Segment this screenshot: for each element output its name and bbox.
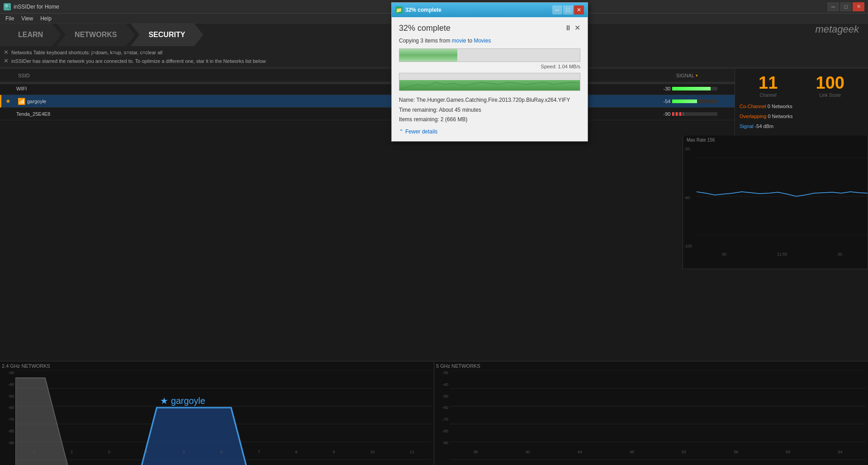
chart-24ghz-x-labels: 12345 67891011 — [15, 450, 432, 454]
graph-svg — [697, 144, 868, 248]
dialog-source-link[interactable]: movie — [452, 38, 466, 44]
dialog-app-icon: 📁 — [395, 6, 403, 14]
dialog-items-remaining: Items remaining: 2 (666 MB) — [399, 115, 580, 125]
td-star-gargoyle: ★ — [1, 98, 15, 104]
progress-bar-fill — [399, 49, 457, 62]
mini-graph-svg — [399, 73, 580, 90]
signal-label: Signal — [740, 123, 754, 129]
td-signal-wifi: -30 — [642, 86, 732, 91]
dialog-title: 32% complete — [405, 7, 552, 13]
menu-file[interactable]: File — [2, 14, 18, 24]
signal-line — [697, 192, 868, 196]
close-button[interactable]: ✕ — [853, 2, 864, 11]
graph-x-axis: 30 11:55 30 — [697, 252, 868, 256]
star-icon: ★ — [5, 98, 11, 104]
right-info-panel: 11 Channel 100 Link Score Co-Channel 0 N… — [735, 69, 868, 136]
network-detail-stats: Co-Channel 0 Networks Overlapping 0 Netw… — [740, 101, 863, 131]
menu-help[interactable]: Help — [37, 14, 55, 24]
link-score-number: 100 — [816, 73, 844, 93]
channel-number: 11 — [759, 73, 778, 93]
dialog-dest-link[interactable]: Movies — [474, 38, 491, 44]
channel-stat-channel: 11 Channel — [759, 73, 778, 98]
menu-view[interactable]: View — [18, 14, 37, 24]
progress-bar-container — [399, 48, 580, 62]
dialog-pause-button[interactable]: ⏸ — [564, 24, 572, 32]
dialog-maximize-button[interactable]: □ — [563, 5, 573, 14]
td-signal-tenda: -90 — [642, 111, 732, 117]
graph-y-axis: -20 -60 -100 — [684, 147, 692, 248]
channel-stat-linkscore: 100 Link Score — [816, 73, 844, 98]
overlapping-value: 0 Networks — [768, 114, 792, 119]
dialog-minimize-button[interactable]: ─ — [552, 5, 562, 14]
dialog-action-buttons: ⏸ ✕ — [564, 24, 580, 32]
svg-text:★ gargoyle: ★ gargoyle — [160, 396, 205, 406]
chart-5ghz-y-labels: -30 -40 -50 -60 -70 -80 -90 — [436, 370, 450, 445]
dialog-dismiss-button[interactable]: ✕ — [574, 24, 580, 32]
tab-networks[interactable]: NETWORKS — [57, 24, 135, 46]
td-signal-gargoyle: -54 — [642, 99, 732, 104]
co-channel-label: Co-Channel — [740, 104, 766, 109]
channel-label: Channel — [759, 93, 778, 98]
channel-stats: 11 Channel 100 Link Score — [740, 73, 863, 98]
dialog-content: 32% complete ⏸ ✕ Copying 3 items from mo… — [392, 17, 588, 141]
minimize-button[interactable]: ─ — [827, 2, 839, 11]
metageek-logo: metageek — [815, 24, 868, 46]
dialog-close-button[interactable]: ✕ — [574, 5, 584, 14]
tab-security[interactable]: SECURITY — [130, 24, 203, 46]
dialog-copy-info: Copying 3 items from movie to Movies — [399, 38, 580, 44]
chart-5ghz-x-labels: 36404448 52566064 — [450, 450, 866, 454]
max-rate-label: Max Rate 156 — [687, 138, 715, 142]
bottom-charts: 2.4 GHz NETWORKS -30 -40 -50 -60 -70 -80… — [0, 361, 868, 465]
dialog-filename: Name: The.Hunger.Games.Catching.Fire.201… — [399, 95, 580, 105]
dialog-title-bar: 📁 32% complete ─ □ ✕ — [392, 3, 588, 17]
mini-speed-graph — [399, 73, 580, 91]
dialog-top-row: 32% complete ⏸ ✕ — [399, 24, 580, 38]
graph-area: -20 -60 -100 30 11:55 30 — [683, 144, 868, 257]
dismiss-notif-2[interactable]: ✕ — [4, 57, 9, 64]
chart-24ghz-title: 2.4 GHz NETWORKS — [2, 363, 432, 369]
th-signal[interactable]: SIGNAL ▾ — [642, 73, 732, 78]
chart-24ghz-area: -30 -40 -50 -60 -70 -80 -90 — [2, 370, 432, 454]
dialog-time-remaining: Time remaining: About 45 minutes — [399, 105, 580, 115]
app-title: inSSIDer for Home — [14, 4, 59, 10]
dialog-details: Name: The.Hunger.Games.Catching.Fire.201… — [399, 95, 580, 125]
dismiss-notif-1[interactable]: ✕ — [4, 49, 9, 56]
speed-label: Speed: 1.04 MB/s — [399, 64, 580, 69]
link-score-label: Link Score — [816, 93, 844, 98]
tab-learn[interactable]: LEARN — [0, 24, 61, 46]
copy-dialog: 📁 32% complete ─ □ ✕ 32% complete ⏸ ✕ Co… — [391, 2, 588, 142]
chart-5ghz-area: -30 -40 -50 -60 -70 -80 -90 36404448 525… — [436, 370, 866, 454]
chart-24ghz-y-labels: -30 -40 -50 -60 -70 -80 -90 — [2, 370, 15, 445]
overlapping-label: Overlapping — [740, 114, 766, 119]
chart-5ghz-title: 5 GHz NETWORKS — [436, 363, 866, 369]
maximize-button[interactable]: □ — [840, 2, 852, 11]
app-icon: 🔍 — [4, 3, 11, 10]
title-bar-controls: ─ □ ✕ — [827, 2, 864, 11]
signal-value: -54 dBm — [755, 123, 774, 129]
chart-5ghz: 5 GHz NETWORKS -30 -40 -50 -60 -70 -80 -… — [434, 361, 868, 465]
co-channel-value: 0 Networks — [768, 104, 792, 109]
svg-marker-11 — [134, 408, 253, 465]
dialog-controls: ─ □ ✕ — [552, 5, 584, 14]
chart-24ghz: 2.4 GHz NETWORKS -30 -40 -50 -60 -70 -80… — [0, 361, 434, 465]
dialog-progress-title: 32% complete — [399, 24, 451, 33]
signal-sort-arrow: ▾ — [696, 73, 698, 78]
title-bar-left: 🔍 inSSIDer for Home — [4, 3, 59, 10]
signal-graph-panel: Max Rate 156 -20 -60 -100 30 11:55 30 — [683, 136, 868, 269]
wifi-connected-icon: 📶 — [18, 98, 25, 105]
graph-header: Max Rate 156 — [683, 136, 868, 144]
fewer-details-button[interactable]: ⌃ Fewer details — [399, 128, 580, 135]
